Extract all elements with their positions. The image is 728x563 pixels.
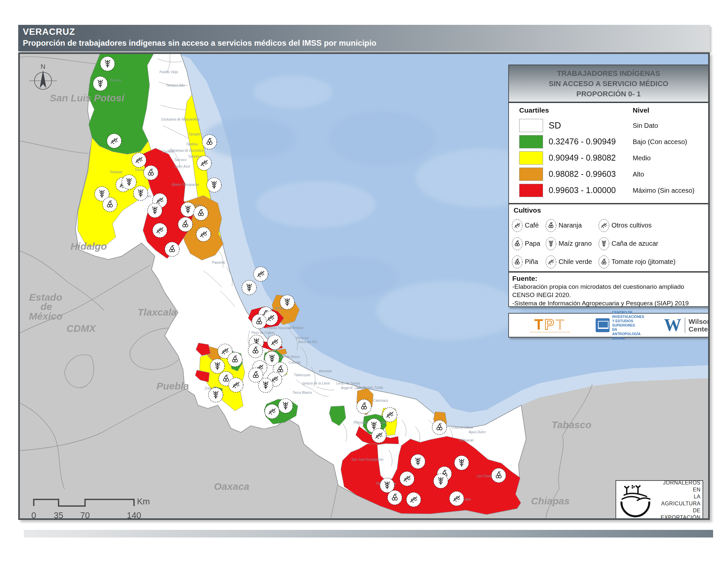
quartile-nivel-label: Medio (633, 154, 651, 162)
scale-tick-label: 35 (54, 510, 64, 520)
municipality-label: Boca del Río (298, 340, 317, 344)
crop-icon (278, 399, 293, 413)
crop-icon (406, 493, 421, 507)
crop-icon (181, 202, 195, 217)
crop-icon (432, 420, 447, 435)
cultivo-label: Tomate rojo (jitomate) (612, 258, 675, 265)
cultivos-header-row: Cultivos (509, 206, 708, 216)
cultivo-label: Maíz grano (559, 240, 592, 247)
state-label: Hidalgo (70, 241, 107, 252)
jornaleros-logo-box: JORNALEROS EN LA AGRICULTURA DE EXPORTAC… (615, 480, 703, 520)
cultivo-item: Otros cultivos (598, 216, 705, 234)
title-bar: VERACRUZ Proporción de trabajadores indí… (18, 25, 710, 51)
quartile-nivel-label: Máximo (Sin acceso) (633, 187, 695, 194)
cultivo-label: Caña de azucar (612, 240, 658, 247)
tpt-letter: P (544, 316, 555, 333)
wilson-w-icon: W (664, 318, 681, 333)
wilson-center-logo: W Wilson Center (664, 318, 710, 333)
municipality-label: Ozuluama de Mascareñas (161, 117, 200, 121)
municipality-label: Tantima (186, 142, 198, 146)
municipality-label: San Andrés Tuxtla (356, 386, 383, 390)
quartile-nivel-label: Sin Dato (633, 122, 658, 129)
legend-title-line: PROPORCIÓN 0- 1 (576, 89, 641, 99)
municipality-label: Cerro Azul (174, 164, 190, 168)
legend-fuente-box: Fuente: -Elaboración propia con microdat… (508, 272, 709, 307)
tpt-logo: TPT (530, 318, 570, 333)
legend-quartiles-header-row: Cuartiles Nivel (509, 106, 708, 116)
municipality-label: Tlalixcoyan (294, 373, 310, 377)
cultivo-icon (512, 218, 523, 232)
municipality-label: Paso de Ovejas (251, 331, 275, 335)
municipality-label: Tampico Alto (166, 83, 185, 87)
cultivo-label: Café (525, 221, 539, 229)
scale-tick-label: 70 (80, 510, 90, 520)
crop-icon (449, 492, 464, 506)
cultivo-label: Naranja (559, 221, 582, 229)
jornaleros-text-line: LA AGRICULTURA (654, 493, 701, 507)
municipality-label: Coatzacoalcos (451, 426, 473, 429)
cultivo-item: Caña de azucar (598, 234, 705, 253)
cultivo-label: Otros cultivos (612, 221, 652, 229)
municipality-label: Catemaco (373, 399, 388, 402)
crop-icon (194, 206, 208, 220)
nivel-header: Nivel (633, 106, 649, 114)
map-subtitle: Proporción de trabajadores indígenas sin… (23, 38, 710, 48)
legend-title-line: TRABAJADORES INDÍGENAS (557, 68, 660, 78)
quartile-row: SDSin Dato (509, 119, 708, 132)
quartile-row: 0.98082 - 0.99603Alto (509, 167, 708, 181)
scale-unit-label: Km (137, 496, 150, 507)
legend-cultivos-box: Cultivos Café Naranja Otros cultivos Pap… (508, 204, 709, 272)
crop-icon (202, 135, 217, 149)
crop-icon (400, 472, 414, 486)
crop-icon (148, 203, 162, 218)
crop-icon (372, 429, 386, 443)
crop-icon (100, 57, 115, 71)
state-label: Tlaxcala (138, 307, 177, 318)
crop-icon (491, 468, 506, 483)
municipality-label: Pánuco (110, 78, 121, 82)
fuente-line: -Elaboración propia con microdatos del c… (512, 283, 705, 291)
cultivo-item: Maíz grano (545, 234, 598, 253)
quartile-range-label: 0.99603 - 1.00000 (549, 185, 616, 195)
cultivo-label: Papa (525, 240, 540, 247)
crop-icon (93, 76, 108, 91)
crop-icon (357, 399, 371, 414)
scale-tick-label: 140 (127, 510, 141, 520)
crop-icon (249, 368, 263, 383)
crop-icon (383, 408, 397, 422)
crop-icon (210, 359, 225, 374)
crop-icon (153, 223, 167, 238)
municipality-label: Agua Dulce (468, 430, 486, 434)
scale-bar: 03570140 Km (26, 494, 165, 520)
crop-icon (252, 314, 266, 329)
legend-title-line: SIN ACCESO A SERVICIO MÉDICO (549, 78, 668, 89)
quartile-swatch (519, 167, 543, 181)
ciesas-text-line: CENTRO DE INVESTIGACIONES (612, 310, 644, 319)
municipality-label: Alvarado (318, 369, 332, 373)
north-arrow-icon (40, 70, 46, 88)
cultivo-icon (545, 237, 557, 251)
wilson-text-line: Wilson (689, 318, 710, 325)
quartile-range-label: 0.32476 - 0.90949 (549, 137, 616, 146)
quartile-swatch (519, 135, 543, 148)
ciesas-text-line: Y ESTUDIOS SUPERIORES (612, 319, 644, 328)
quartile-rows: SDSin Dato0.32476 - 0.90949Bajo (Con acc… (509, 119, 708, 197)
fuente-line: CENSO INEGI 2020. (512, 291, 705, 299)
ciesas-pictogram-icon (596, 318, 610, 332)
municipality-label: Tempoal (110, 170, 122, 174)
cultivo-label: Chile verde (559, 258, 592, 265)
municipality-label: Veracruz (296, 336, 309, 340)
crop-icon (196, 227, 211, 242)
cultivo-icon (512, 237, 523, 251)
crop-icon (122, 175, 136, 189)
jornaleros-text-line: DE EXPORTACIÓN (654, 507, 701, 520)
cultivo-icon (512, 255, 523, 269)
municipality-patch-bajo (88, 54, 157, 154)
quartile-swatch (519, 151, 543, 164)
legend-title-box: TRABAJADORES INDÍGENAS SIN ACCESO A SERV… (508, 65, 709, 102)
legend-quartiles-box: Cuartiles Nivel SDSin Dato0.32476 - 0.90… (508, 102, 709, 204)
quartile-range-label: 0.98082 - 0.99603 (549, 169, 616, 179)
tpt-tagline-decoration (530, 332, 570, 333)
compass-rose: N (23, 60, 63, 101)
quartile-swatch (519, 184, 543, 197)
